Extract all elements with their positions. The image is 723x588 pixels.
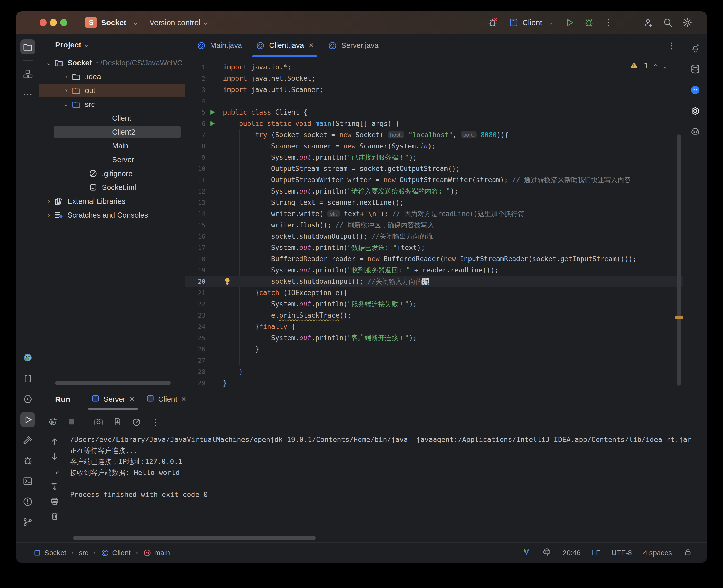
scroll-down-button[interactable] <box>49 451 60 462</box>
code-with-me-icon[interactable] <box>643 17 654 28</box>
minimize-window-button[interactable] <box>50 19 57 26</box>
chevron-right-icon[interactable]: › <box>44 197 54 205</box>
breadcrumb-src[interactable]: src <box>79 549 88 557</box>
console-kebab-icon[interactable]: ⋮ <box>150 416 161 427</box>
scroll-to-end-button[interactable] <box>49 481 60 492</box>
class-icon <box>98 113 108 123</box>
copilot-tool-button[interactable] <box>688 125 703 140</box>
close-tab-icon[interactable]: ✕ <box>129 395 135 403</box>
line-separator[interactable]: LF <box>592 549 600 557</box>
print-button[interactable] <box>49 496 60 507</box>
run-tab-server[interactable]: Server✕ <box>85 387 140 411</box>
gutter-icon-slot[interactable] <box>205 120 218 127</box>
tree-item-gitignore[interactable]: .gitignore <box>39 167 185 181</box>
bookmarks-tool-button[interactable] <box>20 371 35 386</box>
code-line-14: 14 writer.write( str: text+'\n'); // 因为对… <box>185 208 683 219</box>
close-window-button[interactable] <box>40 19 47 26</box>
clear-console-button[interactable] <box>49 510 60 522</box>
editor-tab-client-java[interactable]: Client.java✕ <box>248 34 321 57</box>
zoom-window-button[interactable] <box>60 19 67 26</box>
file-encoding[interactable]: UTF-8 <box>611 549 632 557</box>
debug-tool-button[interactable] <box>20 453 35 468</box>
tree-item-label: src <box>85 100 95 109</box>
v-plugin-icon[interactable] <box>522 547 531 558</box>
notifications-bell-icon[interactable] <box>688 41 703 55</box>
services-tool-button[interactable] <box>20 392 35 406</box>
terminal-tool-button[interactable] <box>20 474 35 488</box>
project-horizontal-scrollbar[interactable] <box>55 381 170 385</box>
tree-item-scratchesandconsoles[interactable]: ›Scratches and Consoles <box>39 208 185 222</box>
run-tab-client[interactable]: Client✕ <box>140 387 192 411</box>
problems-tool-button[interactable] <box>20 494 35 509</box>
more-tools-button[interactable] <box>20 87 35 102</box>
build-tool-button[interactable] <box>20 433 35 447</box>
run-button[interactable] <box>564 17 575 28</box>
debug-button[interactable] <box>584 17 594 28</box>
breadcrumb-client[interactable]: Client <box>101 549 130 557</box>
editor-vertical-scrollbar[interactable] <box>677 134 681 385</box>
tree-item-externallibraries[interactable]: ›External Libraries <box>39 194 185 208</box>
console-output[interactable]: /Users/eve/Library/Java/JavaVirtualMachi… <box>70 433 707 542</box>
caret-position[interactable]: 20:46 <box>563 549 581 557</box>
plugin-gopher-button[interactable] <box>20 351 35 365</box>
tree-item-idea[interactable]: ›.idea <box>39 70 185 84</box>
close-tab-icon[interactable]: ✕ <box>181 395 186 403</box>
warning-stripe-mark[interactable] <box>675 316 683 319</box>
indent-setting[interactable]: 4 spaces <box>643 549 672 557</box>
next-problem-chevron-icon[interactable]: ⌄ <box>663 63 667 70</box>
chevron-right-icon[interactable]: › <box>44 211 54 219</box>
git-tool-button[interactable] <box>20 515 35 529</box>
chevron-down-icon[interactable]: ⌄ <box>44 59 54 66</box>
structure-tool-button[interactable] <box>20 67 35 82</box>
tab-options-kebab-icon[interactable]: ⋮ <box>667 41 676 51</box>
scroll-up-button[interactable] <box>49 436 60 447</box>
readonly-lock-icon[interactable] <box>683 547 692 558</box>
chevron-right-icon[interactable]: › <box>61 73 71 80</box>
project-tool-button[interactable] <box>20 40 35 54</box>
console-horizontal-scrollbar[interactable] <box>73 536 316 540</box>
copilot-status-icon[interactable] <box>542 547 551 558</box>
editor-tab-main-java[interactable]: Main.java <box>189 34 248 57</box>
editor-tab-server-java[interactable]: Server.java <box>321 34 385 57</box>
tree-item-out[interactable]: ›out <box>39 84 185 98</box>
chevron-down-icon[interactable]: ⌄ <box>61 101 71 108</box>
soft-wrap-button[interactable] <box>49 466 60 477</box>
project-panel-header[interactable]: Project ⌄ <box>39 34 185 56</box>
chevron-right-icon[interactable]: › <box>61 87 71 94</box>
intention-lightbulb-icon[interactable] <box>223 277 232 286</box>
tree-item-socketiml[interactable]: Socket.iml <box>39 181 185 194</box>
gutter-icon-slot[interactable] <box>205 108 218 116</box>
run-configuration-selector[interactable]: Client ⌄ <box>508 17 554 28</box>
breadcrumb-main[interactable]: main <box>143 549 170 557</box>
inspection-widget[interactable]: 1 ⌃ ⌄ <box>630 61 667 71</box>
tree-item-socket[interactable]: ⌄Socket~/Desktop/CS/JavaWeb/C <box>39 56 185 70</box>
tree-item-client[interactable]: Client <box>39 111 185 125</box>
profiler-bug-icon[interactable] <box>487 17 498 28</box>
rerun-button[interactable] <box>47 416 58 427</box>
tree-item-server[interactable]: Server <box>39 153 185 167</box>
search-everywhere-icon[interactable] <box>663 17 673 28</box>
run-tool-button[interactable] <box>20 412 35 427</box>
more-actions-kebab-icon[interactable] <box>603 17 614 28</box>
project-widget[interactable]: S Socket ⌄ <box>85 17 138 28</box>
openai-plugin-button[interactable] <box>688 104 703 119</box>
code-line-24: 24 }finally { <box>185 321 683 332</box>
close-tab-icon[interactable]: ✕ <box>309 42 314 49</box>
code-text: try (Socket socket = new Socket( host: "… <box>218 131 509 139</box>
line-number: 15 <box>185 222 205 229</box>
code-line-16: 16 socket.shutdownOutput(); //关闭输出方向的流 <box>185 231 683 242</box>
profiler-gauge-button[interactable] <box>131 416 142 427</box>
tree-item-src[interactable]: ⌄src <box>39 98 185 111</box>
dump-threads-button[interactable] <box>112 416 123 427</box>
tree-item-main[interactable]: Main <box>39 139 185 153</box>
ai-chat-tool-button[interactable] <box>688 83 703 98</box>
prev-problem-chevron-icon[interactable]: ⌃ <box>654 63 657 70</box>
settings-gear-icon[interactable] <box>682 17 692 28</box>
screenshot-button[interactable] <box>93 416 104 427</box>
tree-item-client2[interactable]: Client2 <box>39 125 185 139</box>
editor-code-area[interactable]: 1 ⌃ ⌄ 1import java.io.*;2import java.net… <box>185 58 683 387</box>
database-tool-button[interactable] <box>688 62 703 77</box>
breadcrumb-socket[interactable]: Socket <box>33 549 66 557</box>
vcs-widget[interactable]: Version control <box>149 18 200 27</box>
stop-button[interactable] <box>66 416 77 427</box>
